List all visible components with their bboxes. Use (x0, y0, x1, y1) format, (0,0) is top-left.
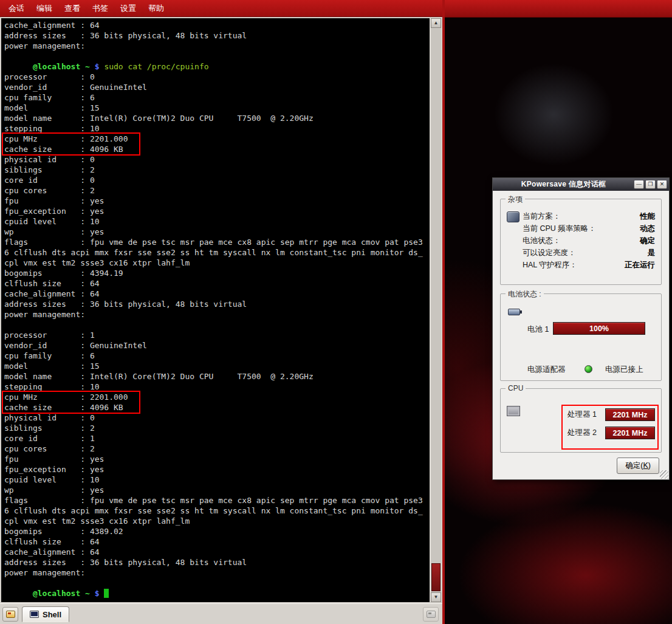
tabbar-right-button[interactable] (423, 607, 439, 622)
group-battery-title: 电池状态 : (506, 289, 544, 300)
kpowersave-dialog: KPowersave 信息对话框 — ❐ ✕ 杂项 当前方案：性能当前 CPU … (492, 177, 670, 480)
terminal-line: cpuid level : 10 (4, 216, 430, 227)
terminal-line: model : 15 (4, 103, 430, 113)
kpowersave-icon (507, 211, 519, 222)
terminal-line: fpu_exception : yes (4, 464, 430, 475)
terminal-line: @localhost ~ $ sudo cat /proc/cpuinfo (4, 61, 430, 72)
battery-icon (508, 309, 520, 315)
terminal-line (4, 51, 430, 61)
group-battery: 电池状态 : 电池 1 100% 电源适配器 电源已接上 (500, 293, 662, 381)
terminal-line: cpu family : 6 (4, 92, 430, 103)
adapter-status: 电源已接上 (605, 365, 643, 375)
terminal-line: core id : 0 (4, 175, 430, 185)
new-session-icon (6, 611, 15, 618)
menu-item[interactable]: 书签 (86, 1, 114, 16)
terminal-line: wp : yes (4, 227, 430, 237)
terminal-line: physical id : 0 (4, 413, 430, 423)
terminal-line: cache size : 4096 KB (4, 402, 430, 413)
terminal-line: cache size : 4096 KB (4, 144, 430, 154)
terminal-line: cache_alignment : 64 (4, 289, 430, 299)
cpu-row: 处理器 22201 MHz (567, 427, 655, 439)
info-row: 可以设定亮度：是 (523, 247, 655, 259)
terminal-icon (30, 611, 39, 618)
terminal-line: address sizes : 36 bits physical, 48 bit… (4, 30, 430, 41)
terminal-line: siblings : 2 (4, 423, 430, 433)
scrollbar-thumb[interactable] (431, 563, 441, 591)
terminal-line: cache_alignment : 64 (4, 547, 430, 557)
battery-label: 电池 1 (527, 324, 549, 335)
info-value: 确定 (640, 235, 655, 247)
terminal-line: cpu MHz : 2201.000 (4, 134, 430, 144)
info-row: 当前方案：性能 (523, 210, 655, 222)
terminal-line (4, 320, 430, 330)
minimize-icon[interactable]: — (634, 180, 644, 189)
terminal-line: cpl vmx est tm2 ssse3 cx16 xtpr lahf_lm (4, 516, 430, 526)
terminal-line: @localhost ~ $ (4, 588, 430, 598)
terminal-frame: cache_alignment : 64address sizes : 36 b… (0, 17, 442, 603)
cpu-row: 处理器 12201 MHz (567, 408, 655, 421)
resize-grip[interactable] (660, 470, 668, 479)
processor-label: 处理器 1 (567, 410, 600, 420)
terminal-line: cpu MHz : 2201.000 (4, 392, 430, 402)
terminal-line: cpu cores : 2 (4, 185, 430, 196)
terminal-line: physical id : 0 (4, 154, 430, 165)
terminal-line: power management: (4, 41, 430, 51)
terminal-line: model : 15 (4, 361, 430, 371)
info-row: 当前 CPU 频率策略：动态 (523, 222, 655, 235)
cpu-frequency-bar: 2201 MHz (605, 427, 655, 439)
info-label: 当前方案： (523, 210, 561, 222)
terminal-line: wp : yes (4, 485, 430, 495)
menu-item[interactable]: 编辑 (30, 1, 58, 16)
info-value: 正在运行 (625, 259, 655, 271)
terminal-line: flags : fpu vme de pse tsc msr pae mce c… (4, 495, 430, 506)
adapter-label: 电源适配器 (527, 365, 566, 375)
battery-progress-bar: 100% (553, 322, 645, 335)
scroll-up-icon[interactable]: ▲ (431, 18, 441, 28)
info-label: 电池状态： (523, 235, 561, 247)
terminal-line: power management: (4, 567, 430, 578)
menu-item[interactable]: 会话 (2, 1, 30, 16)
dialog-titlebar[interactable]: KPowersave 信息对话框 — ❐ ✕ (493, 178, 669, 191)
ok-button[interactable]: 确定(K) (617, 458, 659, 474)
terminal-line: fpu_exception : yes (4, 206, 430, 216)
terminal-line: 6 clflush dts acpi mmx fxsr sse sse2 ss … (4, 247, 430, 258)
tab-shell-label: Shell (43, 610, 61, 619)
tab-shell[interactable]: Shell (22, 606, 69, 622)
info-label: 可以设定亮度： (523, 247, 576, 259)
background-window-titlebar (445, 0, 672, 18)
scroll-down-icon[interactable]: ▼ (431, 592, 441, 602)
terminal-cursor (104, 589, 109, 598)
terminal-line: model name : Intel(R) Core(TM)2 Duo CPU … (4, 113, 430, 123)
terminal-line: cpuid level : 10 (4, 475, 430, 485)
terminal-line: 6 clflush dts acpi mmx fxsr sse sse2 ss … (4, 506, 430, 516)
terminal-line: stepping : 10 (4, 123, 430, 134)
terminal-output[interactable]: cache_alignment : 64address sizes : 36 b… (1, 18, 430, 602)
group-misc: 杂项 当前方案：性能当前 CPU 频率策略：动态电池状态：确定可以设定亮度：是H… (500, 199, 662, 285)
maximize-icon[interactable]: ❐ (645, 180, 656, 189)
terminal-line: address sizes : 36 bits physical, 48 bit… (4, 299, 430, 309)
terminal-window: 会话编辑查看书签设置帮助 cache_alignment : 64address… (0, 0, 442, 624)
adapter-led-icon (585, 365, 592, 373)
terminal-line: cpu cores : 2 (4, 444, 430, 454)
new-session-button[interactable] (2, 607, 18, 622)
terminal-line: stepping : 10 (4, 382, 430, 392)
terminal-line: vendor_id : GenuineIntel (4, 82, 430, 92)
group-misc-title: 杂项 (506, 194, 525, 205)
close-icon[interactable]: ✕ (657, 180, 667, 189)
menu-item[interactable]: 设置 (114, 1, 142, 16)
menu-item[interactable]: 查看 (58, 1, 86, 16)
cpu-rows: 处理器 12201 MHz处理器 22201 MHz (567, 408, 655, 445)
terminal-scrollbar[interactable]: ▲ ▼ (430, 18, 441, 602)
info-value: 性能 (640, 210, 655, 222)
terminal-line: processor : 1 (4, 330, 430, 340)
group-cpu: CPU 处理器 12201 MHz处理器 22201 MHz (500, 388, 662, 453)
group-cpu-title: CPU (506, 384, 526, 393)
terminal-line: model name : Intel(R) Core(TM)2 Duo CPU … (4, 371, 430, 382)
desktop: 会话编辑查看书签设置帮助 cache_alignment : 64address… (0, 0, 672, 624)
info-value: 动态 (640, 222, 655, 235)
info-label: 当前 CPU 频率策略： (523, 222, 596, 235)
terminal-line: clflush size : 64 (4, 278, 430, 289)
terminal-line: clflush size : 64 (4, 537, 430, 547)
menu-item[interactable]: 帮助 (142, 1, 170, 16)
terminal-line: vendor_id : GenuineIntel (4, 340, 430, 351)
